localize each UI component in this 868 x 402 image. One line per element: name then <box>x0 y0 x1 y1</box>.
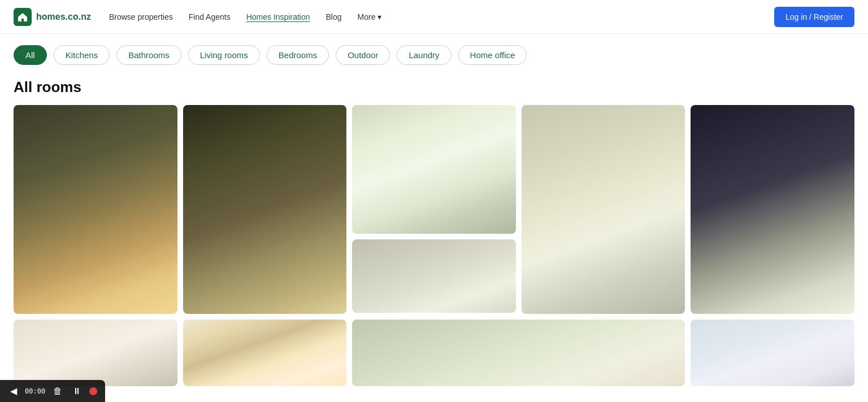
grid-item-7[interactable] <box>14 320 177 386</box>
filter-chip-kitchens[interactable]: Kitchens <box>54 45 110 65</box>
grid-item-8[interactable] <box>183 320 347 386</box>
filter-chip-home-office[interactable]: Home office <box>458 45 527 65</box>
media-pause-button[interactable]: ⏸ <box>70 385 84 397</box>
nav-inspiration[interactable]: Homes Inspiration <box>246 12 310 21</box>
filter-chip-bedrooms[interactable]: Bedrooms <box>267 45 329 65</box>
section-title: All rooms <box>0 76 868 105</box>
header-left: homes.co.nz Browse properties Find Agent… <box>14 8 381 26</box>
media-back-button[interactable]: ◀ <box>8 384 19 397</box>
filter-chip-bathrooms[interactable]: Bathrooms <box>116 45 181 65</box>
filter-chip-laundry[interactable]: Laundry <box>397 45 451 65</box>
media-toolbar: ◀ 00:00 🗑 ⏸ <box>0 380 105 402</box>
nav-more[interactable]: More ▾ <box>358 12 382 21</box>
media-time: 00:00 <box>25 387 45 395</box>
grid-item-2[interactable] <box>183 105 347 314</box>
grid-item-9[interactable] <box>352 320 685 386</box>
nav-blog[interactable]: Blog <box>326 12 342 21</box>
logo-text: homes.co.nz <box>36 12 91 22</box>
media-delete-button[interactable]: 🗑 <box>51 385 64 397</box>
grid-item-5[interactable] <box>522 105 685 314</box>
login-register-button[interactable]: Log in / Register <box>774 7 854 27</box>
filter-chip-living[interactable]: Living rooms <box>188 45 260 65</box>
filter-chip-all[interactable]: All <box>14 45 47 65</box>
image-grid <box>0 105 868 402</box>
grid-item-10[interactable] <box>691 320 854 386</box>
grid-item-4[interactable] <box>352 239 516 313</box>
grid-item-3[interactable] <box>352 105 516 234</box>
grid-item-6[interactable] <box>691 105 854 314</box>
logo[interactable]: homes.co.nz <box>14 8 91 26</box>
filter-chip-outdoor[interactable]: Outdoor <box>336 45 390 65</box>
record-indicator <box>89 387 97 395</box>
filter-bar: All Kitchens Bathrooms Living rooms Bedr… <box>0 34 868 76</box>
nav-agents[interactable]: Find Agents <box>189 12 231 21</box>
chevron-down-icon: ▾ <box>377 12 381 21</box>
grid-col-3 <box>352 105 516 314</box>
main-nav: Browse properties Find Agents Homes Insp… <box>109 12 382 21</box>
grid-item-1[interactable] <box>14 105 177 314</box>
header: homes.co.nz Browse properties Find Agent… <box>0 0 868 34</box>
nav-browse[interactable]: Browse properties <box>109 12 173 21</box>
logo-icon <box>14 8 32 26</box>
